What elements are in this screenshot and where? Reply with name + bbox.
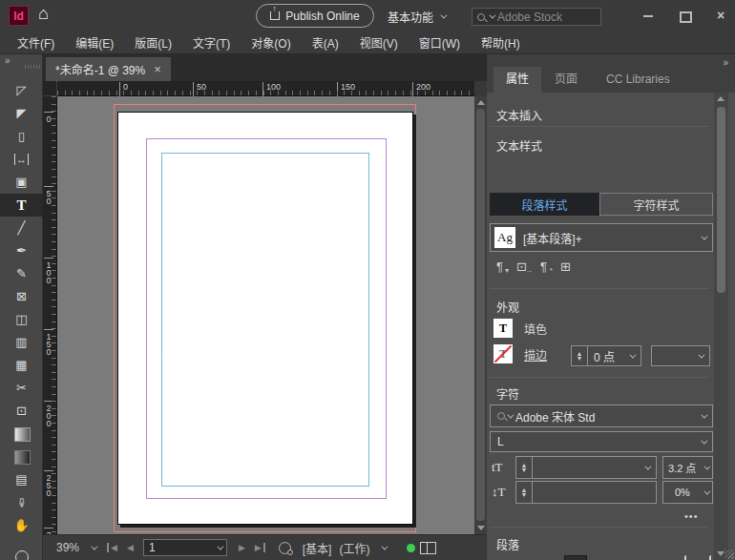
hand-tool[interactable]: ✋ [0,514,43,537]
document-canvas[interactable] [57,96,474,534]
spread-view-icon[interactable] [420,542,435,553]
expand-tools-icon[interactable]: » [5,55,10,66]
collapse-panel-icon[interactable]: » [723,57,727,68]
stroke-swatch[interactable]: T [494,344,513,363]
ruler-origin-box[interactable] [43,81,57,96]
align-right-button[interactable] [539,555,562,560]
paragraph-marks-button[interactable]: ¶▾ [496,259,503,274]
menu-item[interactable]: 文件(F) [8,31,64,53]
horizontal-grid-tool[interactable]: ◫ [0,308,43,331]
scissors-tool[interactable]: ✂ [0,377,43,400]
stepper-arrows-icon[interactable]: ▲▼ [572,346,588,365]
menu-item[interactable]: 编辑(E) [66,31,123,53]
tracking-combo[interactable]: 0% [662,481,713,504]
scrollbar-thumb[interactable] [717,107,725,293]
paragraph-styles-tab[interactable]: 段落样式 [490,193,599,216]
menu-item[interactable]: 窗口(W) [410,31,470,53]
justify-last-right-button[interactable] [614,555,637,560]
justify-last-center-button[interactable] [589,555,612,560]
document-tab[interactable]: *未命名-1 @ 39% × [46,57,171,81]
menu-item[interactable]: 版面(L) [125,31,181,53]
home-icon[interactable]: ⌂ [38,4,49,24]
fill-label[interactable]: 填色 [524,321,547,337]
font-style-dropdown[interactable]: L [490,431,713,452]
horizontal-ruler[interactable]: 050100150200 [57,81,474,96]
direct-selection-tool[interactable]: ◤ [0,102,43,125]
stepper-arrows-icon[interactable]: ▲▼ [516,482,533,503]
tab-cc-libraries[interactable]: CC Libraries [594,67,682,93]
tab-properties[interactable]: 属性 [494,67,541,93]
type-tool[interactable]: T [0,194,43,217]
scrollbar-thumb[interactable] [476,109,485,521]
workspace-switcher[interactable]: 基本功能 [388,6,445,27]
stepper-arrows-icon[interactable]: ▲▼ [516,457,533,478]
zoom-tool[interactable] [0,537,43,560]
font-family-dropdown[interactable]: Adobe 宋体 Std [490,404,713,427]
stroke-label[interactable]: 描边 [524,346,547,363]
gradient-feather-tool[interactable] [0,446,43,468]
content-collector-tool[interactable]: ▣ [0,171,43,194]
create-style-button[interactable]: ⊞ [560,259,571,274]
adobe-stock-search-input[interactable]: Adobe Stock [472,8,601,26]
page-number-input[interactable]: 1 [143,539,227,556]
selection-tool[interactable]: ◸ [0,79,43,102]
canvas-vertical-scrollbar[interactable] [474,96,487,534]
zoom-level[interactable]: 39% [56,541,79,554]
maximize-button[interactable] [678,9,691,22]
page[interactable] [117,112,413,525]
justify-all-button[interactable] [639,555,662,560]
vertical-grid-tool[interactable]: ▥ [0,331,43,354]
gap-tool[interactable]: ↔ [0,148,43,171]
tools-drag-grip[interactable] [25,65,41,69]
menu-item[interactable]: 对象(O) [242,31,300,53]
previous-page-button[interactable]: ◀ [127,543,134,552]
clear-overrides-button[interactable]: ¶* [540,259,547,274]
vertical-ruler[interactable]: 050100150200250300 [43,96,57,534]
font-size-combo[interactable]: ▲▼ [515,456,657,479]
text-frame[interactable] [161,153,369,487]
align-center-button[interactable] [514,555,537,560]
kerning-combo[interactable]: ▲▼ [515,481,657,504]
resize-grip[interactable] [724,550,734,559]
preflight-icon[interactable] [279,542,291,554]
justify-last-left-button[interactable] [564,555,587,560]
character-styles-tab[interactable]: 字符样式 [599,193,713,216]
minimize-button[interactable] [641,9,655,22]
scroll-down-icon[interactable] [717,551,724,556]
fill-swatch[interactable]: T [494,319,513,338]
menu-item[interactable]: 帮助(H) [472,31,530,53]
first-page-button[interactable]: ◀ [107,543,117,552]
align-left-button[interactable] [490,555,513,560]
menu-item[interactable]: 文字(T) [183,31,240,53]
zoom-dropdown-icon[interactable] [91,543,97,550]
line-tool[interactable]: ╱ [0,217,43,239]
scroll-down-icon[interactable] [477,526,485,530]
stroke-weight-stepper[interactable]: ▲▼ 0 点 [571,345,641,366]
scroll-up-icon[interactable] [477,100,485,105]
align-towards-spine-button[interactable] [663,555,686,560]
pencil-tool[interactable]: ✎ [0,262,43,285]
paragraph-style-dropdown[interactable]: Ag [基本段落]+ [490,223,713,252]
stroke-type-dropdown[interactable] [651,345,710,366]
page-tool[interactable]: ▯ [0,125,43,148]
eyedropper-tool[interactable]: ✑ [0,491,43,514]
next-page-button[interactable]: ▶ [239,543,245,552]
panel-scrollbar[interactable] [714,93,728,560]
menu-item[interactable]: 视图(V) [350,31,408,53]
rectangle-frame-tool[interactable]: ⊠ [0,285,43,308]
align-away-from-spine-button[interactable] [688,555,711,560]
close-tab-icon[interactable]: × [154,62,161,76]
pen-tool[interactable]: ✒ [0,239,43,262]
apply-style-button[interactable]: ⊡→ [516,259,527,274]
menu-item[interactable]: 表(A) [303,31,348,53]
table-grid-tool[interactable]: ▦ [0,354,43,377]
gradient-swatch-tool[interactable] [0,423,43,446]
publish-online-button[interactable]: Publish Online [256,4,374,28]
last-page-button[interactable]: ▶ [255,543,265,552]
preflight-menu-icon[interactable] [382,543,388,550]
note-tool[interactable]: ▤ [0,468,43,491]
close-button[interactable]: × [714,9,727,22]
free-transform-tool[interactable]: ⊡ [0,400,43,423]
page-dropdown-icon[interactable] [217,543,223,550]
character-more-options-button[interactable]: ••• [684,510,699,522]
